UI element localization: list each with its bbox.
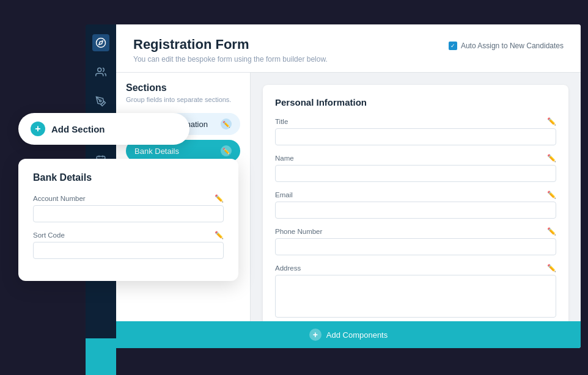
form-field-phone-label: Phone Number (275, 228, 322, 235)
bank-input-account-number[interactable] (33, 205, 224, 222)
sidebar-item-people[interactable] (92, 64, 109, 81)
form-field-title-header: Title ✏️ (275, 117, 556, 126)
form-field-address-label: Address (275, 264, 301, 272)
bank-field-sort-code-edit-icon[interactable]: ✏️ (215, 231, 224, 239)
bank-field-account-number: Account Number ✏️ (33, 194, 224, 222)
form-field-address-edit-icon[interactable]: ✏️ (547, 264, 556, 272)
add-section-label: Add Section (51, 124, 105, 134)
auto-assign-container: ✓ Auto Assign to New Candidates (449, 42, 564, 50)
form-input-name[interactable] (275, 165, 556, 182)
form-field-phone-header: Phone Number ✏️ (275, 227, 556, 236)
form-field-title: Title ✏️ (275, 117, 556, 145)
form-field-name-header: Name ✏️ (275, 154, 556, 162)
form-field-address: Address ✏️ (275, 264, 556, 320)
bank-field-account-number-header: Account Number ✏️ (33, 194, 224, 203)
bank-field-account-number-edit-icon[interactable]: ✏️ (215, 194, 224, 203)
form-field-name-edit-icon[interactable]: ✏️ (547, 154, 556, 162)
bank-card-title: Bank Details (33, 172, 224, 183)
form-field-address-header: Address ✏️ (275, 264, 556, 272)
page-header: Registration Form You can edit the bespo… (116, 24, 581, 73)
form-input-email[interactable] (275, 202, 556, 219)
form-field-name: Name ✏️ (275, 154, 556, 182)
form-field-email-header: Email ✏️ (275, 191, 556, 199)
bank-field-account-number-label: Account Number (33, 195, 86, 202)
sidebar-bottom-accent (86, 338, 116, 375)
auto-assign-label: Auto Assign to New Candidates (461, 42, 564, 50)
add-components-bar[interactable]: + Add Components (116, 321, 581, 348)
sidebar-item-compass[interactable] (92, 34, 109, 51)
sidebar-item-pen[interactable] (92, 93, 109, 110)
form-input-title[interactable] (275, 128, 556, 145)
form-field-phone-edit-icon[interactable]: ✏️ (547, 227, 556, 236)
bank-field-sort-code-label: Sort Code (33, 231, 65, 239)
section-btn-bank-details-label: Bank Details (134, 147, 179, 156)
form-field-name-label: Name (275, 155, 294, 162)
sections-panel-title: Sections (126, 82, 240, 93)
form-field-email-edit-icon[interactable]: ✏️ (547, 191, 556, 199)
svg-point-2 (98, 68, 101, 71)
form-field-phone: Phone Number ✏️ (275, 227, 556, 255)
bank-details-card: Bank Details Account Number ✏️ Sort Code… (18, 159, 238, 281)
bank-input-sort-code[interactable] (33, 242, 224, 259)
svg-point-0 (97, 38, 106, 48)
form-field-email: Email ✏️ (275, 191, 556, 219)
form-preview: Personal Information Title ✏️ Name ✏️ (251, 73, 581, 348)
add-section-button[interactable]: + Add Section (18, 113, 189, 145)
form-field-title-edit-icon[interactable]: ✏️ (547, 117, 556, 126)
add-components-plus-icon: + (309, 329, 322, 341)
sections-panel-subtitle: Group fields into separate sections. (126, 96, 240, 103)
form-input-phone[interactable] (275, 238, 556, 255)
bank-field-sort-code-header: Sort Code ✏️ (33, 231, 224, 239)
add-section-plus-icon: + (31, 122, 45, 136)
add-components-label: Add Components (326, 330, 388, 340)
personal-info-card-title: Personal Information (275, 97, 556, 107)
form-field-title-label: Title (275, 118, 288, 125)
edit-icon-personal-info: ✏️ (221, 118, 232, 129)
svg-marker-1 (99, 41, 103, 45)
page-subtitle: You can edit the bespoke form using the … (133, 55, 564, 64)
form-textarea-address[interactable] (275, 275, 556, 318)
edit-icon-bank-details: ✏️ (221, 145, 232, 156)
svg-point-3 (100, 100, 101, 102)
form-field-email-label: Email (275, 191, 293, 198)
bank-field-sort-code: Sort Code ✏️ (33, 231, 224, 259)
personal-info-card: Personal Information Title ✏️ Name ✏️ (263, 85, 568, 341)
auto-assign-checkbox[interactable]: ✓ (449, 42, 457, 50)
